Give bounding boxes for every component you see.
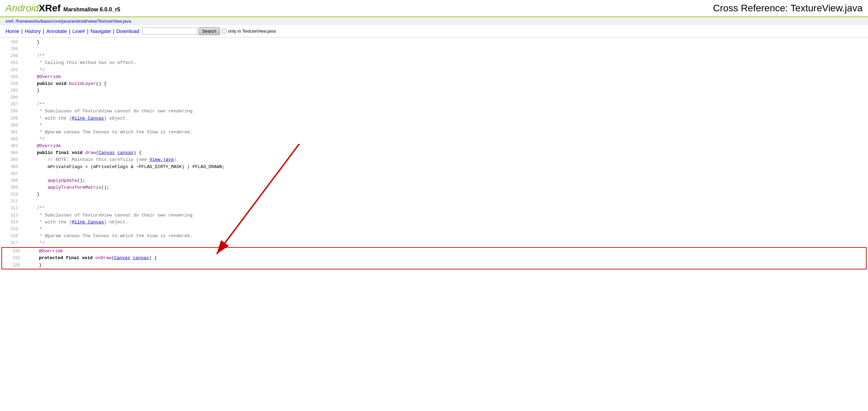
table-row: 305 // NOTE: Maintain this carefully (se… (0, 156, 868, 163)
nav-annotate[interactable]: Annotate (46, 28, 67, 34)
table-row: 292 */ (0, 67, 868, 74)
nav-line[interactable]: Line# (72, 28, 85, 34)
table-row: 296 (0, 94, 868, 101)
viewjava-link[interactable]: View.java (150, 157, 174, 162)
logo-android: Android (6, 3, 39, 13)
canvas-link-ondraw[interactable]: Canvas (114, 255, 130, 260)
logo: AndroidXRefMarshmallow 6.0.0_r5 (6, 3, 120, 14)
canvas-link-draw[interactable]: Canvas (99, 150, 115, 155)
table-row: 290 /** (0, 53, 868, 59)
table-row: 309 applyTransformMatrix(); (0, 184, 868, 191)
table-row: 289 (0, 46, 868, 53)
table-row: 318 @Override (2, 248, 866, 255)
table-row: 308 applyUpdate(); (0, 177, 868, 184)
table-row: 316 * @param canvas The Canvas to which … (0, 233, 868, 240)
table-row: 310 } (0, 191, 868, 198)
nav-navigate[interactable]: Navigate (90, 28, 111, 34)
navbar: Home | History | Annotate | Line# | Navi… (0, 25, 868, 37)
table-row: 293 @Override (0, 74, 868, 80)
table-row: 299 * with the {@link Canvas} object. (0, 115, 868, 122)
logo-version: Marshmallow 6.0.0_r5 (63, 7, 120, 12)
table-row: 314 * with the {@link Canvas} object. (0, 219, 868, 226)
table-row: 312 /** (0, 205, 868, 212)
nav-home[interactable]: Home (6, 28, 19, 34)
only-checkbox[interactable] (222, 29, 227, 33)
page-title: Cross Reference: TextureView.java (713, 3, 862, 14)
table-row: 317 */ (0, 240, 868, 246)
canvas-link-2[interactable]: @link Canvas (72, 220, 104, 225)
table-row: 311 (0, 198, 868, 205)
table-row: 298 * Subclasses of TextureView cannot d… (0, 108, 868, 115)
highlight-box: 318 @Override 319 protected final void o… (1, 247, 867, 269)
only-label[interactable]: only in TextureView.java (222, 29, 275, 34)
code-container: 288 } 289 290 /** 291 * Calling this met… (0, 37, 868, 271)
table-row: 295 } (0, 87, 868, 94)
table-row: 297 /** (0, 101, 868, 108)
table-row: 303 @Override (0, 143, 868, 149)
logo-xref: XRef (39, 3, 61, 13)
table-row: 306 mPrivateFlags = (mPrivateFlags & ~PF… (0, 164, 868, 170)
table-row: 307 (0, 170, 868, 177)
breadcrumb: xref: /frameworks/base/core/java/android… (0, 16, 868, 25)
table-row: 301 * @param canvas The Canvas to which … (0, 129, 868, 136)
table-row: 288 } (0, 39, 868, 46)
table-row: 313 * Subclasses of TextureView cannot d… (0, 212, 868, 219)
table-row: 302 */ (0, 136, 868, 143)
table-row: 320 } (2, 262, 866, 269)
nav-history[interactable]: History (25, 28, 41, 34)
table-row: 291 * Calling this method has no effect. (0, 59, 868, 66)
only-text: only in TextureView.java (228, 29, 275, 34)
search-input[interactable] (142, 27, 197, 35)
table-row: 304 public final void draw(Canvas canvas… (0, 149, 868, 156)
search-button[interactable]: Search (198, 27, 220, 35)
table-row: 300 * (0, 122, 868, 129)
nav-download[interactable]: Download (116, 28, 139, 34)
code-area: 288 } 289 290 /** 291 * Calling this met… (0, 37, 868, 271)
table-row: 294 public void buildLayer() { (0, 80, 868, 87)
canvas-link-1[interactable]: @link Canvas (72, 116, 104, 121)
table-row: 319 protected final void onDraw(Canvas c… (2, 255, 866, 262)
table-row: 315 * (0, 226, 868, 233)
